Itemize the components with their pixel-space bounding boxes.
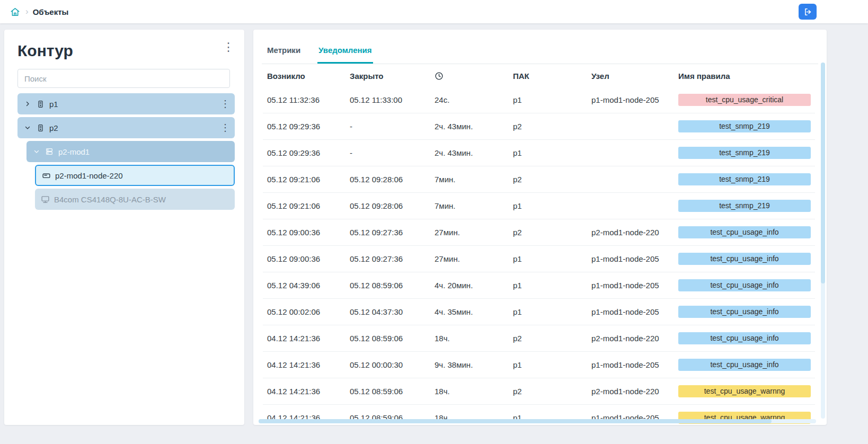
- cell-node: p2-mod1-node-220: [587, 378, 674, 405]
- panel-menu-kebab-icon[interactable]: ⋮: [222, 41, 235, 54]
- cell-rule: test_snmp_219: [674, 193, 815, 219]
- cell-pak: p1: [509, 246, 587, 272]
- tree-item-label: p1: [49, 100, 220, 109]
- cell-pak: p1: [509, 193, 587, 219]
- chevron-down-icon[interactable]: [32, 147, 41, 156]
- search-input[interactable]: [17, 69, 230, 88]
- cell-node: p1-mod1-node-205: [587, 272, 674, 299]
- cell-node: p2-mod1-node-220: [587, 219, 674, 246]
- horizontal-scrollbar[interactable]: [259, 419, 816, 423]
- cell-closed: -: [346, 140, 430, 166]
- rule-badge: test_cpu_usage_info: [678, 332, 811, 344]
- cell-node: [587, 140, 674, 166]
- cell-node: p1-mod1-node-205: [587, 246, 674, 272]
- alerts-table: Возникло Закрыто ПАК Узел Имя правила 05…: [263, 64, 815, 425]
- table-row[interactable]: 05.12 09:29:36 - 2ч. 43мин. p2 test_snmp…: [263, 113, 815, 140]
- details-panel: Метрики Уведомления Возникло Закрыто ПАК…: [253, 30, 827, 425]
- tree-item-p2-mod1[interactable]: p2-mod1: [26, 141, 235, 162]
- tree-item-p2[interactable]: p2 ⋮: [17, 117, 235, 138]
- cell-pak: p1: [509, 352, 587, 378]
- cell-rule: test_cpu_usage_critical: [674, 87, 815, 113]
- objects-tree-panel: Контур ⋮ p1 ⋮ p2: [4, 30, 244, 425]
- tree-item-label: B4com CS4148Q-8U-AC-B-SW: [54, 195, 231, 204]
- cell-node: [587, 113, 674, 140]
- rule-badge: test_cpu_usage_warnng: [678, 385, 811, 397]
- tab-metrics[interactable]: Метрики: [266, 42, 302, 64]
- cell-rule: test_cpu_usage_info: [674, 352, 815, 378]
- cell-occurred: 05.12 09:00:36: [263, 219, 346, 246]
- module-icon: [45, 147, 54, 156]
- chevron-down-icon[interactable]: [23, 123, 32, 132]
- rule-badge: test_cpu_usage_info: [678, 279, 811, 291]
- tree-item-p1[interactable]: p1 ⋮: [17, 93, 235, 114]
- logout-button[interactable]: [799, 4, 817, 20]
- cell-closed: 05.12 09:27:36: [346, 219, 430, 246]
- cell-pak: p2: [509, 219, 587, 246]
- cell-duration: 27мин.: [430, 219, 509, 246]
- cell-pak: p1: [509, 299, 587, 325]
- cell-node: p1-mod1-node-205: [587, 87, 674, 113]
- tab-notifications[interactable]: Уведомления: [317, 42, 373, 64]
- panel-title: Контур: [17, 41, 73, 60]
- tree-item-kebab-icon[interactable]: ⋮: [220, 98, 231, 110]
- tree-item-p2-mod1-node-220[interactable]: p2-mod1-node-220: [35, 165, 235, 186]
- cell-occurred: 05.12 09:00:36: [263, 246, 346, 272]
- table-row[interactable]: 05.12 09:21:06 05.12 09:28:06 7мин. p1 t…: [263, 193, 815, 219]
- cell-duration: 9ч. 38мин.: [430, 352, 509, 378]
- table-row[interactable]: 05.12 09:00:36 05.12 09:27:36 27мин. p1 …: [263, 246, 815, 272]
- table-row[interactable]: 05.12 04:39:06 05.12 08:59:06 4ч. 20мин.…: [263, 272, 815, 299]
- table-header-row: Возникло Закрыто ПАК Узел Имя правила: [263, 64, 815, 87]
- cell-rule: test_cpu_usage_info: [674, 325, 815, 352]
- home-icon[interactable]: [7, 4, 22, 19]
- table-row[interactable]: 05.12 09:21:06 05.12 09:28:06 7мин. p2 t…: [263, 166, 815, 193]
- chevron-right-icon[interactable]: [23, 99, 32, 109]
- topbar: › Объекты: [0, 0, 868, 23]
- cell-node: [587, 166, 674, 193]
- table-row[interactable]: 04.12 14:21:36 05.12 08:59:06 18ч. p2 p2…: [263, 325, 815, 352]
- cell-pak: p1: [509, 87, 587, 113]
- header-node: Узел: [587, 64, 674, 87]
- cell-closed: 05.12 09:28:06: [346, 166, 430, 193]
- rule-badge: test_cpu_usage_info: [678, 359, 811, 371]
- alerts-table-body: 05.12 11:32:36 05.12 11:33:00 24с. p1 p1…: [263, 87, 815, 425]
- cell-pak: p1: [509, 272, 587, 299]
- switch-icon: [40, 194, 50, 204]
- cell-duration: 4ч. 35мин.: [430, 299, 509, 325]
- cell-occurred: 05.12 00:02:06: [263, 299, 346, 325]
- table-row[interactable]: 05.12 11:32:36 05.12 11:33:00 24с. p1 p1…: [263, 87, 815, 113]
- cell-rule: test_cpu_usage_info: [674, 272, 815, 299]
- cell-rule: test_cpu_usage_info: [674, 246, 815, 272]
- cell-pak: p2: [509, 325, 587, 352]
- cell-occurred: 05.12 09:29:36: [263, 140, 346, 166]
- table-row[interactable]: 05.12 00:02:06 05.12 04:37:30 4ч. 35мин.…: [263, 299, 815, 325]
- table-row[interactable]: 04.12 14:21:36 05.12 08:59:06 18ч. p2 p2…: [263, 378, 815, 405]
- cell-duration: 4ч. 20мин.: [430, 272, 509, 299]
- header-closed: Закрыто: [346, 64, 430, 87]
- cell-occurred: 04.12 14:21:36: [263, 378, 346, 405]
- header-duration: [430, 64, 509, 87]
- cell-rule: test_cpu_usage_info: [674, 219, 815, 246]
- horizontal-scrollbar-thumb[interactable]: [259, 419, 772, 423]
- table-row[interactable]: 05.12 09:00:36 05.12 09:27:36 27мин. p2 …: [263, 219, 815, 246]
- cell-occurred: 05.12 09:21:06: [263, 166, 346, 193]
- tree-item-b4com-switch[interactable]: B4com CS4148Q-8U-AC-B-SW: [35, 189, 235, 210]
- cell-occurred: 05.12 11:32:36: [263, 87, 346, 113]
- cell-node: p1-mod1-node-205: [587, 352, 674, 378]
- cell-closed: 05.12 08:59:06: [346, 325, 430, 352]
- vertical-scrollbar-thumb[interactable]: [821, 63, 825, 283]
- cell-duration: 7мин.: [430, 193, 509, 219]
- cell-closed: 05.12 08:59:06: [346, 272, 430, 299]
- cell-node: [587, 193, 674, 219]
- cell-pak: p2: [509, 166, 587, 193]
- cell-occurred: 05.12 09:29:36: [263, 113, 346, 140]
- cell-pak: p2: [509, 113, 587, 140]
- cell-closed: 05.12 09:27:36: [346, 246, 430, 272]
- vertical-scrollbar[interactable]: [821, 63, 825, 419]
- tree-item-kebab-icon[interactable]: ⋮: [220, 122, 231, 134]
- cell-duration: 7мин.: [430, 166, 509, 193]
- logout-icon: [803, 7, 812, 16]
- cell-duration: 18ч.: [430, 325, 509, 352]
- table-row[interactable]: 04.12 14:21:36 05.12 00:00:30 9ч. 38мин.…: [263, 352, 815, 378]
- table-row[interactable]: 05.12 09:29:36 - 2ч. 43мин. p1 test_snmp…: [263, 140, 815, 166]
- rule-badge: test_snmp_219: [678, 120, 811, 132]
